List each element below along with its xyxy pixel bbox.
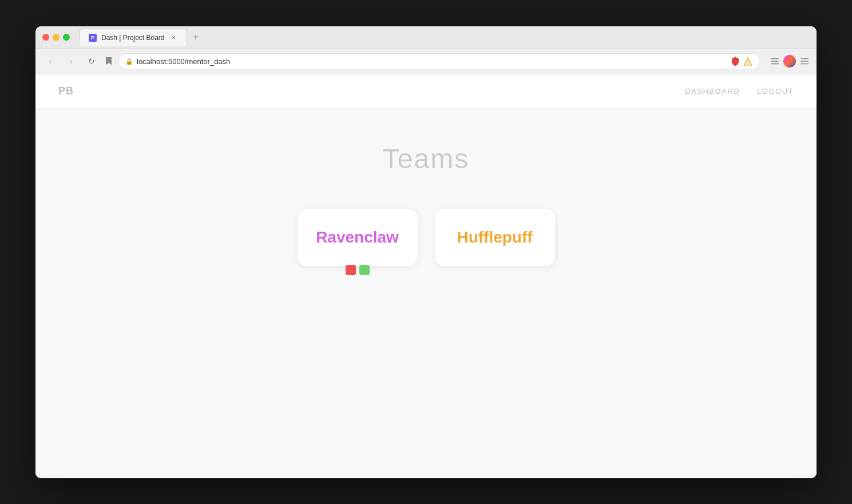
- ravenclaw-team-name: Ravenclaw: [316, 228, 399, 247]
- back-button[interactable]: ‹: [42, 53, 58, 69]
- tab-close-icon[interactable]: ✕: [169, 34, 177, 42]
- nav-bar: ‹ › ↻ 🔒 localhost:5000/mentor_dash: [35, 49, 817, 74]
- svg-rect-5: [801, 64, 809, 65]
- app-logo: PB: [58, 85, 74, 97]
- warning-icon: [743, 56, 753, 66]
- nav-right-icons: [770, 55, 810, 68]
- nav-link-dashboard[interactable]: DASHBOARD: [685, 87, 740, 96]
- tab-favicon: P: [89, 34, 97, 42]
- svg-rect-2: [771, 64, 779, 65]
- hufflepuff-card-wrapper: Hufflepuff: [435, 209, 555, 266]
- page-title: Teams: [383, 143, 469, 174]
- address-bar[interactable]: 🔒 localhost:5000/mentor_dash: [118, 53, 760, 69]
- url-text: localhost:5000/mentor_dash: [137, 57, 727, 66]
- minimize-button[interactable]: [53, 34, 60, 41]
- browser-window: P Dash | Project Board ✕ + ‹ › ↻ 🔒 local…: [35, 26, 817, 478]
- active-tab[interactable]: P Dash | Project Board ✕: [79, 28, 187, 46]
- bookmark-button[interactable]: [104, 56, 113, 67]
- dot-green[interactable]: [359, 265, 370, 275]
- tab-label: Dash | Project Board: [101, 34, 165, 42]
- hufflepuff-card[interactable]: Hufflepuff: [435, 209, 555, 266]
- title-bar: P Dash | Project Board ✕ +: [35, 26, 817, 49]
- svg-rect-0: [771, 58, 779, 59]
- ravenclaw-card-wrapper: Ravenclaw: [298, 209, 418, 266]
- refresh-button[interactable]: ↻: [84, 53, 100, 69]
- lock-icon: 🔒: [125, 58, 133, 65]
- list-icon[interactable]: [770, 56, 780, 66]
- new-tab-button[interactable]: +: [189, 30, 203, 44]
- ravenclaw-dots: [346, 265, 370, 275]
- brave-shield-icon: [730, 56, 740, 66]
- main-content: Teams Ravenclaw Hufflepuff: [35, 109, 817, 478]
- maximize-button[interactable]: [63, 34, 70, 41]
- tab-bar: P Dash | Project Board ✕ +: [79, 28, 810, 46]
- app-content: PB DASHBOARD LOGOUT Teams Ravenclaw: [35, 74, 817, 478]
- menu-icon[interactable]: [799, 56, 810, 66]
- ravenclaw-card[interactable]: Ravenclaw: [298, 209, 418, 266]
- svg-rect-1: [771, 61, 779, 62]
- dot-red[interactable]: [346, 265, 356, 275]
- close-button[interactable]: [42, 34, 49, 41]
- address-bar-end: [730, 56, 753, 66]
- svg-rect-3: [801, 58, 809, 59]
- nav-link-logout[interactable]: LOGOUT: [757, 87, 794, 96]
- svg-rect-4: [801, 61, 809, 62]
- app-header: PB DASHBOARD LOGOUT: [35, 74, 817, 109]
- forward-button[interactable]: ›: [63, 53, 79, 69]
- traffic-lights: [42, 34, 70, 41]
- hufflepuff-team-name: Hufflepuff: [457, 228, 532, 247]
- profile-icon[interactable]: [783, 55, 796, 68]
- teams-grid: Ravenclaw Hufflepuff: [298, 209, 555, 266]
- app-nav: DASHBOARD LOGOUT: [685, 87, 794, 96]
